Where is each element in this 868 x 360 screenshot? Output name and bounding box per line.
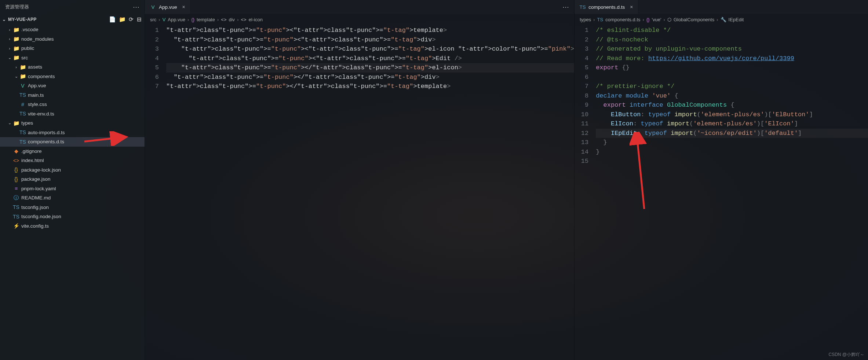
editor-group-left: V App.vue × ⋯ src› V App.vue› {} templat… [145, 0, 575, 360]
tab-label: App.vue [159, 4, 177, 10]
tree-folder[interactable]: ⌄📁components [0, 72, 145, 81]
tree-file[interactable]: TStsconfig.node.json [0, 212, 145, 221]
wrench-icon: 🔧 [721, 17, 726, 22]
chevron-right-icon[interactable]: › [7, 46, 12, 51]
tree-item-label: pnpm-lock.yaml [21, 186, 56, 191]
vue-icon: V [19, 83, 26, 89]
close-icon[interactable]: × [630, 4, 633, 10]
close-icon[interactable]: × [182, 4, 185, 10]
tree-item-label: public [21, 45, 34, 51]
git-icon: ◆ [12, 148, 20, 154]
crumb[interactable]: types [580, 17, 591, 22]
tab-bar-left: V App.vue × ⋯ [145, 0, 574, 14]
breadcrumb-right[interactable]: types› TS components.d.ts› {} 'vue'› ⬡ G… [575, 14, 868, 25]
code-area-right[interactable]: 123456789101112131415 /* eslint-disable … [575, 25, 868, 360]
collapse-all-icon[interactable]: ⊟ [137, 16, 142, 23]
crumb[interactable]: src [150, 17, 156, 22]
crumb[interactable]: el-icon [249, 17, 263, 22]
tree-file[interactable]: TSvite-env.d.ts [0, 109, 145, 119]
tree-item-label: node_modules [21, 36, 54, 42]
code-area-left[interactable]: 1234567 "t-attr">class"t-punc">="t-punc"… [145, 25, 574, 360]
watermark: CSDN @小辉吖～ [828, 352, 864, 358]
folder-blue-icon: 📁 [12, 45, 20, 51]
info-icon: ⓘ [12, 195, 20, 201]
ts-icon: TS [19, 111, 26, 117]
editor-more-icon[interactable]: ⋯ [557, 3, 574, 11]
chevron-down-icon: ⌄ [1, 17, 7, 22]
tree-item-label: package.json [21, 176, 51, 182]
tree-folder[interactable]: ›📁.vscode [0, 25, 145, 34]
tree-file[interactable]: VApp.vue [0, 81, 145, 91]
ts-icon: TS [580, 4, 586, 10]
chevron-down-icon[interactable]: ⌄ [7, 121, 12, 125]
crumb[interactable]: template [197, 17, 215, 22]
symbol-icon: <> [241, 17, 246, 22]
css-icon: # [19, 102, 26, 107]
tree-file[interactable]: #style.css [0, 100, 145, 109]
chevron-right-icon[interactable]: › [13, 65, 19, 69]
tree-item-label: tsconfig.json [21, 205, 49, 210]
crumb[interactable]: components.d.ts [605, 17, 640, 22]
folder-green-icon: 📁 [12, 36, 20, 42]
tree-item-label: auto-imports.d.ts [28, 130, 65, 135]
tree-folder[interactable]: ›📁public [0, 44, 145, 53]
refresh-icon[interactable]: ⟳ [129, 16, 134, 23]
new-folder-icon[interactable]: 📁 [119, 16, 126, 23]
chevron-down-icon[interactable]: ⌄ [7, 55, 12, 60]
crumb[interactable]: 'vue' [652, 17, 661, 22]
new-file-icon[interactable]: 📄 [109, 16, 116, 23]
tsconf-icon: TS [12, 214, 20, 220]
tree-item-label: components [28, 74, 55, 79]
tree-file[interactable]: ◆.gitignore [0, 147, 145, 156]
folder-green2-icon: 📁 [12, 55, 20, 60]
tree-folder[interactable]: ›📁node_modules [0, 34, 145, 44]
crumb[interactable]: App.vue [168, 17, 185, 22]
explorer-panel: 资源管理器 ⋯ ⌄ MY-VUE-APP 📄 📁 ⟳ ⊟ ›📁.vscode›📁… [0, 0, 145, 360]
braces-icon: {} [191, 17, 194, 22]
tree-file[interactable]: TScomponents.d.ts [0, 137, 145, 147]
tree-file[interactable]: TStsconfig.json [0, 203, 145, 212]
symbol-icon: ⬡ [667, 17, 671, 22]
chevron-right-icon[interactable]: › [7, 27, 12, 32]
vite-icon: ⚡ [12, 223, 20, 229]
explorer-header: 资源管理器 ⋯ [0, 0, 145, 14]
crumb[interactable]: IEpEdit [729, 17, 744, 22]
folder-blue-icon: 📁 [12, 120, 20, 126]
tree-folder[interactable]: ⌄📁src [0, 53, 145, 63]
crumb[interactable]: GlobalComponents [674, 17, 714, 22]
tree-item-label: README.md [21, 195, 51, 201]
tree-file[interactable]: ⚡vite.config.ts [0, 221, 145, 231]
breadcrumb-left[interactable]: src› V App.vue› {} template› <> div› <> … [145, 14, 574, 25]
tab-bar-right: TS components.d.ts × [575, 0, 868, 14]
tree-item-label: .vscode [21, 27, 39, 32]
tree-file[interactable]: {}package.json [0, 175, 145, 184]
crumb[interactable]: div [229, 17, 235, 22]
braces-icon: {} [646, 17, 650, 22]
tsconf-icon: TS [12, 204, 20, 210]
tab-label: components.d.ts [588, 4, 625, 10]
tree-folder[interactable]: ⌄📁types [0, 118, 145, 128]
tree-item-label: src [21, 55, 28, 60]
yaml-icon: ≡ [12, 185, 20, 191]
tree-file[interactable]: TSmain.ts [0, 91, 145, 100]
chevron-right-icon[interactable]: › [7, 37, 12, 41]
tree-item-label: components.d.ts [28, 139, 64, 144]
tree-item-label: types [21, 120, 33, 126]
symbol-icon: <> [221, 17, 226, 22]
tree-file[interactable]: {}package-lock.json [0, 165, 145, 175]
folder-blue-icon: 📁 [12, 27, 20, 33]
tree-file[interactable]: ≡pnpm-lock.yaml [0, 184, 145, 194]
tab-components-dts[interactable]: TS components.d.ts × [575, 0, 638, 14]
explorer-more-icon[interactable]: ⋯ [133, 3, 139, 11]
tab-app-vue[interactable]: V App.vue × [145, 0, 191, 14]
project-header[interactable]: ⌄ MY-VUE-APP 📄 📁 ⟳ ⊟ [0, 14, 145, 25]
tree-item-label: .gitignore [21, 148, 42, 154]
chevron-down-icon[interactable]: ⌄ [13, 74, 19, 79]
file-tree: ›📁.vscode›📁node_modules›📁public⌄📁src›📁as… [0, 25, 145, 360]
tree-file[interactable]: TSauto-imports.d.ts [0, 128, 145, 137]
tree-file[interactable]: <>index.html [0, 156, 145, 165]
html-icon: <> [12, 158, 20, 164]
tree-file[interactable]: ⓘREADME.md [0, 193, 145, 203]
tree-folder[interactable]: ›📁assets [0, 62, 145, 72]
tree-item-label: package-lock.json [21, 167, 61, 173]
